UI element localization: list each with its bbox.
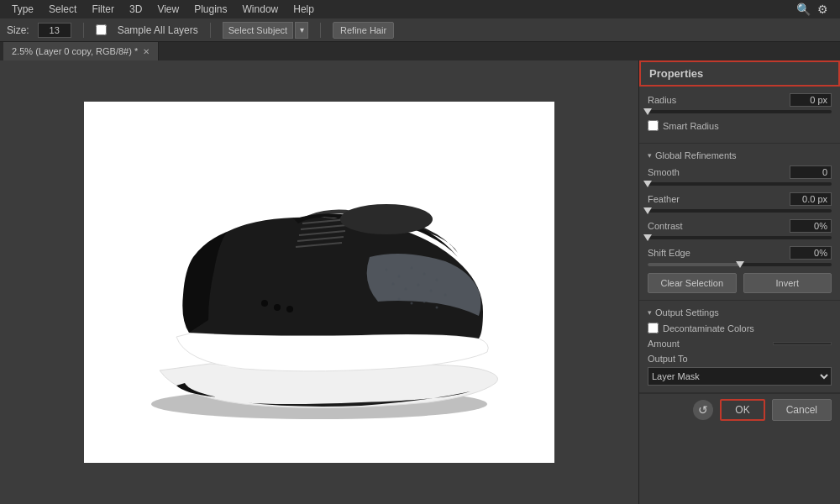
- radius-slider[interactable]: [648, 110, 832, 113]
- divider2: [210, 23, 211, 38]
- svg-point-10: [436, 279, 438, 281]
- menu-bar: Type Select Filter 3D View Plugins Windo…: [0, 0, 840, 18]
- output-settings-label: Output Settings: [655, 307, 719, 318]
- feather-label: Feather: [648, 194, 680, 204]
- select-subject-button[interactable]: Select Subject: [223, 22, 293, 39]
- svg-point-20: [340, 204, 433, 234]
- properties-header: Properties: [639, 60, 840, 87]
- action-row: Clear Selection Invert: [648, 273, 832, 293]
- canvas-tab[interactable]: 2.5% (Layer 0 copy, RGB/8#) * ✕: [3, 42, 159, 60]
- properties-panel: Properties Radius 0 px Smart Radius ▾: [638, 60, 840, 504]
- radius-slider-row: [648, 110, 832, 113]
- svg-point-19: [436, 307, 438, 309]
- global-refinements-label: Global Refinements: [655, 150, 737, 160]
- feather-value: 0.0 px: [790, 192, 832, 206]
- radius-value: 0 px: [790, 93, 832, 107]
- output-to-label: Output To: [648, 354, 832, 364]
- options-bar: Size: Sample All Layers Select Subject ▾…: [0, 18, 840, 42]
- global-refinements-section: ▾ Global Refinements Smooth 0 Feather 0.…: [639, 144, 840, 301]
- history-button[interactable]: ↺: [693, 400, 713, 420]
- smooth-row: Smooth 0: [648, 165, 832, 179]
- feather-slider[interactable]: [648, 209, 832, 213]
- smart-radius-row: Smart Radius: [648, 120, 832, 131]
- canvas-background: [84, 102, 554, 463]
- properties-title: Properties: [649, 67, 703, 80]
- svg-point-18: [423, 301, 426, 303]
- shift-edge-slider[interactable]: [648, 263, 832, 266]
- menu-filter[interactable]: Filter: [85, 2, 121, 17]
- size-label: Size:: [7, 24, 29, 36]
- svg-point-21: [261, 300, 268, 307]
- smooth-slider[interactable]: [648, 182, 832, 186]
- tab-label: 2.5% (Layer 0 copy, RGB/8#) *: [12, 46, 138, 56]
- invert-button[interactable]: Invert: [743, 273, 832, 293]
- smooth-slider-row: [648, 182, 832, 186]
- radius-label: Radius: [648, 95, 676, 105]
- shoe-image: [109, 135, 529, 429]
- contrast-label: Contrast: [648, 221, 683, 231]
- menu-select[interactable]: Select: [42, 2, 83, 17]
- menu-help[interactable]: Help: [286, 2, 321, 17]
- svg-point-15: [444, 294, 447, 297]
- menu-type[interactable]: Type: [5, 2, 40, 17]
- contrast-slider-row: [648, 236, 832, 239]
- shift-edge-row: Shift Edge 0%: [648, 246, 832, 260]
- svg-point-7: [398, 276, 401, 278]
- svg-point-6: [386, 269, 388, 271]
- bottom-bar: ↺ OK Cancel: [639, 393, 840, 426]
- feather-row: Feather 0.0 px: [648, 192, 832, 206]
- contrast-slider[interactable]: [648, 236, 832, 239]
- header-icons: 🔍 ⚙: [796, 3, 835, 16]
- menu-view[interactable]: View: [150, 2, 186, 17]
- menu-plugins[interactable]: Plugins: [187, 2, 234, 17]
- decontaminate-row: Decontaminate Colors: [648, 323, 832, 333]
- menu-window[interactable]: Window: [236, 2, 286, 17]
- tab-bar: 2.5% (Layer 0 copy, RGB/8#) * ✕: [0, 42, 840, 60]
- main-area: Properties Radius 0 px Smart Radius ▾: [0, 60, 840, 504]
- svg-point-17: [411, 302, 413, 305]
- search-icon[interactable]: 🔍: [796, 3, 811, 16]
- svg-point-9: [423, 273, 426, 276]
- svg-point-16: [398, 298, 401, 301]
- output-settings-section: ▾ Output Settings Decontaminate Colors A…: [639, 301, 840, 393]
- tab-close-icon[interactable]: ✕: [143, 47, 150, 56]
- svg-point-22: [274, 304, 281, 311]
- svg-point-13: [417, 284, 420, 286]
- output-to-select[interactable]: Selection Layer Mask New Layer New Layer…: [648, 367, 832, 386]
- global-refinements-title-row: ▾ Global Refinements: [648, 150, 832, 160]
- svg-point-23: [286, 306, 293, 312]
- output-collapse-icon[interactable]: ▾: [648, 308, 652, 317]
- smooth-label: Smooth: [648, 167, 680, 177]
- size-input[interactable]: [38, 23, 71, 38]
- contrast-row: Contrast 0%: [648, 219, 832, 233]
- smooth-value: 0: [790, 165, 832, 179]
- collapse-icon[interactable]: ▾: [648, 151, 652, 160]
- contrast-value: 0%: [790, 219, 832, 233]
- amount-label: Amount: [648, 339, 680, 349]
- feather-slider-row: [648, 209, 832, 213]
- menu-3d[interactable]: 3D: [123, 2, 149, 17]
- ok-button[interactable]: OK: [720, 399, 764, 421]
- amount-value: [773, 342, 832, 345]
- svg-point-8: [411, 267, 413, 270]
- smart-radius-checkbox[interactable]: [648, 120, 659, 131]
- shift-edge-slider-row: [648, 263, 832, 266]
- svg-point-12: [405, 288, 407, 291]
- sample-all-label: Sample All Layers: [118, 24, 198, 36]
- svg-point-14: [430, 290, 433, 292]
- select-subject-arrow[interactable]: ▾: [295, 22, 308, 39]
- output-settings-title-row: ▾ Output Settings: [648, 307, 832, 318]
- cancel-button[interactable]: Cancel: [772, 399, 832, 421]
- shift-edge-label: Shift Edge: [648, 248, 690, 258]
- divider: [83, 23, 84, 38]
- select-subject-wrap: Select Subject ▾: [223, 22, 308, 39]
- divider3: [320, 23, 321, 38]
- refine-hair-button[interactable]: Refine Hair: [333, 22, 394, 39]
- settings-icon[interactable]: ⚙: [817, 3, 828, 16]
- canvas-area[interactable]: [0, 60, 638, 504]
- sample-all-checkbox[interactable]: [96, 24, 107, 35]
- amount-row: Amount: [648, 339, 832, 349]
- clear-selection-button[interactable]: Clear Selection: [648, 273, 737, 293]
- decontaminate-checkbox[interactable]: [648, 323, 659, 333]
- radius-row: Radius 0 px: [648, 93, 832, 107]
